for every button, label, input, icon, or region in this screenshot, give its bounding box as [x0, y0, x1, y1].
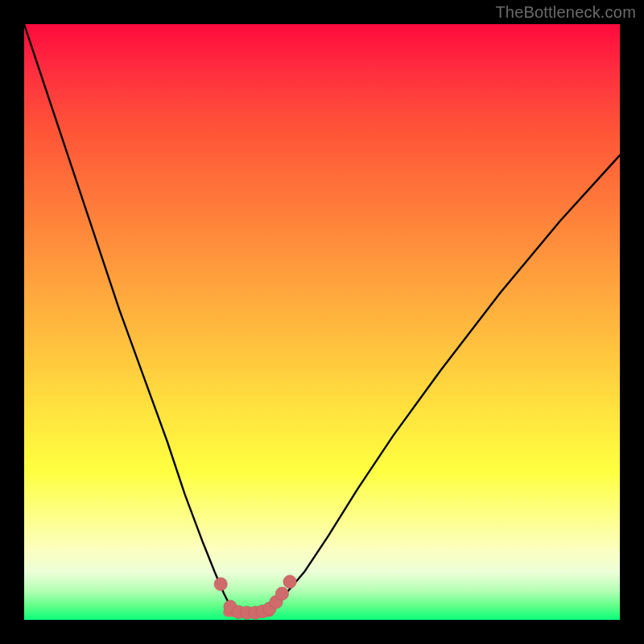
chart-stage: TheBottleneck.com: [0, 0, 644, 644]
curve-layer: [24, 24, 620, 620]
watermark-text: TheBottleneck.com: [495, 3, 636, 22]
marker-dot: [283, 576, 296, 588]
marker-dot: [275, 587, 288, 600]
plot-area: [24, 24, 620, 620]
bottleneck-curve: [24, 24, 620, 613]
curve-path: [24, 24, 620, 613]
marker-dot: [214, 577, 227, 590]
